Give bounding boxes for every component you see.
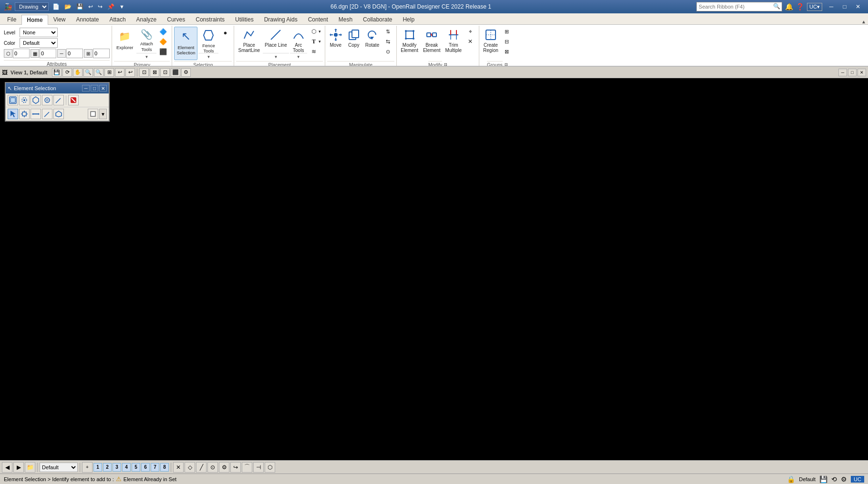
modify-expand-icon[interactable]: ⊡ [444, 62, 447, 67]
dialog-restore-btn[interactable]: □ [91, 85, 98, 92]
view-btn-7[interactable]: ⊡ [160, 68, 170, 77]
view-btn-9[interactable]: ⚙ [181, 68, 191, 77]
view-btn-zoom-out[interactable]: 🔍 [94, 68, 103, 77]
groups-small-1[interactable]: ⊞ [501, 27, 514, 36]
bottom-page-7[interactable]: 7 [151, 463, 159, 472]
search-input[interactable] [696, 2, 782, 11]
attr-input-1[interactable] [13, 49, 30, 58]
bottom-nav-folder[interactable]: 📁 [25, 462, 35, 473]
groups-expand-icon[interactable]: ⊡ [505, 62, 508, 67]
dialog-btn-select-all[interactable] [8, 95, 18, 105]
dialog-btn-draw[interactable] [53, 95, 64, 105]
attr-input-3[interactable] [66, 49, 83, 58]
ribbon-collapse-btn[interactable]: ▲ [861, 19, 866, 24]
attach-tools-button[interactable]: 📎 AttachTools [136, 27, 156, 53]
model-selector[interactable]: Default [40, 463, 78, 472]
new-btn[interactable]: 📄 [52, 3, 61, 10]
status-save-btn[interactable]: 💾 [819, 475, 827, 483]
modify-small-1[interactable]: ⌖ [465, 27, 477, 36]
more-btn[interactable]: ▼ [118, 4, 125, 10]
manipulate-small-3[interactable]: ⊙ [382, 47, 394, 56]
open-btn[interactable]: 📂 [63, 3, 72, 10]
groups-small-2[interactable]: ⊟ [501, 37, 514, 46]
view-btn-4[interactable]: ↩ [125, 68, 135, 77]
dialog-btn-select-box[interactable] [42, 95, 52, 105]
attach-tools-arrow[interactable]: ▼ [136, 53, 156, 60]
dialog-btn-filter-1[interactable] [8, 109, 18, 119]
modify-small-2[interactable]: ✕ [465, 37, 477, 46]
bottom-tool-2[interactable]: ◇ [185, 462, 195, 473]
tab-analyze[interactable]: Analyze [131, 14, 162, 24]
bottom-new-page[interactable]: + [82, 462, 93, 473]
bottom-page-3[interactable]: 3 [113, 463, 121, 472]
view-btn-save[interactable]: 💾 [52, 68, 62, 77]
view-btn-8[interactable]: ⬛ [171, 68, 180, 77]
dialog-btn-filter-4[interactable] [42, 109, 52, 119]
break-element-button[interactable]: BreakElement [421, 27, 443, 60]
status-user-btn[interactable]: UC [851, 476, 864, 483]
fence-tools-button[interactable]: FenceTools [198, 27, 218, 53]
dialog-btn-extra[interactable] [88, 109, 98, 119]
tab-home[interactable]: Home [21, 15, 48, 25]
bottom-tool-4[interactable]: ⊙ [207, 462, 218, 473]
dialog-btn-filter-3[interactable] [31, 109, 41, 119]
view-btn-3[interactable]: ↩ [115, 68, 124, 77]
tab-collaborate[interactable]: Collaborate [358, 14, 397, 24]
trim-multiple-button[interactable]: TrimMultiple [444, 27, 464, 60]
view-btn-zoom-in[interactable]: 🔍 [83, 68, 93, 77]
tab-utilities[interactable]: Utilities [230, 14, 259, 24]
dialog-close-btn[interactable]: ✕ [99, 85, 107, 92]
bottom-tool-6[interactable]: ↪ [230, 462, 241, 473]
arc-tools-arrow[interactable]: ▼ [290, 53, 307, 60]
placement-small-1[interactable]: ⬡ ▾ [308, 27, 323, 36]
save-btn[interactable]: 💾 [75, 3, 84, 10]
view-restore-btn[interactable]: □ [848, 69, 857, 76]
bottom-tool-5[interactable]: ⚙ [219, 462, 229, 473]
tab-constraints[interactable]: Constraints [190, 14, 230, 24]
tab-file[interactable]: File [2, 14, 21, 24]
bottom-tool-7[interactable]: ⌒ [242, 462, 252, 473]
attr-icon-4[interactable]: ⊞ [84, 49, 93, 58]
attr-icon-1[interactable]: ⬡ [4, 49, 12, 58]
bottom-page-2[interactable]: 2 [103, 463, 112, 472]
view-btn-rotate[interactable]: ⟳ [62, 68, 72, 77]
maximize-btn[interactable]: □ [838, 2, 851, 11]
primary-small-1[interactable]: 🔷 [157, 27, 170, 36]
fence-tools-arrow[interactable]: ▼ [198, 53, 218, 60]
place-line-button[interactable]: Place Line [263, 27, 289, 53]
view-btn-fit[interactable]: ⊞ [104, 68, 114, 77]
attr-input-2[interactable] [40, 49, 56, 58]
view-close-btn[interactable]: ✕ [858, 69, 866, 76]
manipulate-small-1[interactable]: ⇅ [382, 27, 394, 36]
attr-icon-3[interactable]: ─ [57, 49, 66, 58]
selection-small[interactable]: ● [219, 28, 232, 37]
tab-attach[interactable]: Attach [104, 14, 131, 24]
bottom-page-5[interactable]: 5 [132, 463, 140, 472]
close-btn[interactable]: ✕ [852, 2, 864, 11]
bottom-page-1[interactable]: 1 [93, 463, 102, 472]
dialog-btn-select-fence[interactable] [31, 95, 41, 105]
main-canvas[interactable]: ↖ Element Selection ─ □ ✕ [0, 78, 868, 460]
manipulate-small-2[interactable]: ⇆ [382, 37, 394, 46]
explorer-button[interactable]: 📁 Explorer [114, 27, 135, 60]
dialog-expand-btn[interactable]: ▼ [99, 109, 107, 119]
element-selection-titlebar[interactable]: ↖ Element Selection ─ □ ✕ [6, 83, 109, 93]
minimize-btn[interactable]: ─ [825, 2, 837, 11]
notification-btn[interactable]: 🔔 [785, 3, 793, 10]
dialog-btn-filter-5[interactable] [53, 109, 64, 119]
drawing-dropdown[interactable]: Drawing [15, 2, 49, 11]
copy-button[interactable]: Copy [345, 27, 362, 60]
place-line-arrow[interactable]: ▼ [263, 53, 289, 60]
place-smartline-button[interactable]: PlaceSmartLine [236, 27, 262, 60]
tab-content[interactable]: Content [303, 14, 333, 24]
primary-small-3[interactable]: ⬛ [157, 47, 170, 56]
bottom-tool-1[interactable]: ✕ [173, 462, 184, 473]
view-btn-6[interactable]: ⊠ [150, 68, 159, 77]
tab-curves[interactable]: Curves [162, 14, 190, 24]
help-btn[interactable]: ❓ [796, 3, 804, 10]
rotate-button[interactable]: Rotate [363, 27, 381, 60]
create-region-button[interactable]: CreateRegion [481, 27, 500, 60]
element-selection-button[interactable]: ↖ ElementSelection [174, 27, 197, 60]
pin-btn[interactable]: 📌 [106, 3, 115, 10]
tab-help[interactable]: Help [397, 14, 420, 24]
